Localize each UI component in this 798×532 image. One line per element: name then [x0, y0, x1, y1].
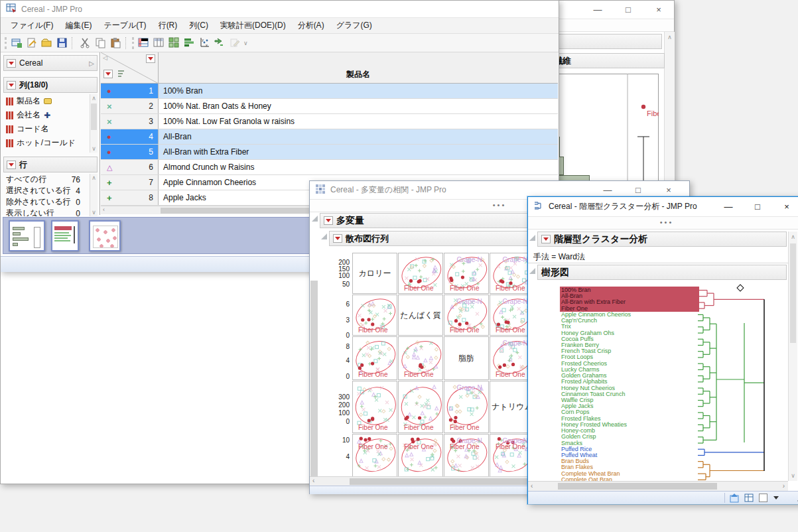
table-row[interactable]: ●4All-Bran [101, 129, 558, 145]
grid-corner-cell[interactable]: ◁ [101, 52, 159, 84]
row-state-marker[interactable]: △ [107, 163, 112, 172]
matrix-scatter-cell[interactable]: Fiber One [398, 381, 443, 433]
red-triangle-menu-icon[interactable] [7, 59, 16, 68]
row-stat[interactable]: 除外されている行0 [3, 196, 90, 208]
close-button[interactable]: × [643, 5, 674, 15]
table-row[interactable]: ●1100% Bran [101, 84, 558, 99]
rows-panel-header[interactable]: 行 [3, 157, 98, 172]
scroll-down-icon[interactable]: ∨ [789, 470, 797, 481]
tables-panel-header[interactable]: Cereal ▷ [3, 55, 98, 71]
matrix-scatter-cell[interactable]: Fiber One [398, 336, 443, 380]
expand-arrow-icon[interactable]: ▷ [89, 60, 94, 67]
cell-product-name[interactable]: Almond Crunch w Raisins [159, 163, 254, 172]
cell-product-name[interactable]: 100% Nat. Low Fat Granola w raisins [159, 117, 295, 126]
row-stat[interactable]: すべての行76 [3, 174, 90, 185]
column-item-製品名[interactable]: 製品名 [3, 94, 90, 108]
home-window-icon[interactable] [730, 493, 740, 503]
h-scrollbar[interactable]: ‹ › [528, 481, 788, 491]
dropdown-arrow-icon[interactable] [773, 496, 779, 499]
scroll-left-icon[interactable]: ‹ [531, 482, 533, 490]
disclosure-icon[interactable] [312, 216, 318, 222]
table-row[interactable]: △6Almond Crunch w Raisins [101, 160, 558, 175]
paste-icon[interactable] [109, 36, 122, 50]
matrix-diagonal-label-cell[interactable]: たんぱく質 [398, 295, 443, 336]
table-row[interactable]: ×3100% Nat. Low Fat Granola w raisins [101, 114, 558, 129]
scroll-left-icon[interactable]: ‹ [312, 477, 314, 484]
scroll-up-icon[interactable]: ∧ [665, 32, 675, 42]
matrix-scatter-cell[interactable]: Fiber OneGrape-N [444, 295, 489, 336]
columns-scrollbar[interactable]: ∧ ∨ [90, 94, 98, 153]
matrix-scatter-cell[interactable]: Fiber One [352, 336, 397, 380]
row-state-marker[interactable]: ● [107, 148, 111, 156]
save-icon[interactable] [55, 36, 68, 50]
menu-ファイル(F)[interactable]: ファイル(F) [5, 18, 59, 33]
grid-name-column-header[interactable]: 製品名 [159, 52, 558, 84]
row-state-marker[interactable]: + [107, 178, 112, 188]
column-item-コード名[interactable]: コード名 [3, 122, 90, 136]
edit-script-icon[interactable] [228, 36, 241, 50]
matrix-scatter-cell[interactable]: Fiber OneGrape-N [444, 434, 489, 476]
scroll-down-icon[interactable]: ∨ [90, 145, 98, 153]
cell-product-name[interactable]: 100% Bran [159, 86, 202, 96]
sort-order-icon[interactable] [118, 70, 127, 78]
row-stat[interactable]: 表示しない行0 [3, 208, 90, 216]
disclosure-icon[interactable] [321, 233, 327, 239]
rows-scrollbar[interactable]: ∧ ∨ [90, 174, 98, 216]
table-row[interactable]: ×2100% Nat. Bran Oats & Honey [101, 99, 558, 114]
close-button[interactable]: × [653, 185, 684, 195]
titlebar-data-table[interactable]: Cereal - JMP Pro [1, 1, 559, 18]
row-state-marker[interactable]: × [107, 101, 112, 111]
left-scrollbar[interactable] [310, 281, 318, 476]
minimize-button[interactable]: — [582, 5, 613, 15]
matrix-scatter-cell[interactable]: Fiber One [352, 434, 397, 476]
cell-product-name[interactable]: Apple Jacks [159, 193, 206, 202]
menu-グラフ(G)[interactable]: グラフ(G) [330, 18, 378, 33]
row-state-marker[interactable]: + [107, 193, 112, 203]
fiber-histogram-frame[interactable] [553, 74, 659, 186]
menu-行(R)[interactable]: 行(R) [153, 18, 184, 33]
matrix-diagonal-label-cell[interactable]: 脂肪 [444, 336, 489, 380]
red-triangle-menu-icon[interactable] [7, 161, 16, 169]
row-state-marker[interactable]: ● [107, 87, 111, 95]
matrix-scatter-cell[interactable]: Fiber One [398, 434, 443, 476]
graph-builder-icon[interactable] [182, 36, 196, 50]
thumbnail-distribution[interactable] [9, 220, 45, 251]
cell-product-name[interactable]: 100% Nat. Bran Oats & Honey [159, 101, 271, 111]
copy-icon[interactable] [94, 36, 107, 50]
menu-実験計画(DOE)(D)[interactable]: 実験計画(DOE)(D) [214, 18, 292, 33]
matrix-scatter-cell[interactable]: Fiber One [398, 253, 443, 294]
vertical-scrollbar[interactable]: ∧ ∨ [788, 232, 797, 481]
red-triangle-menu-icon[interactable] [333, 234, 342, 243]
dendrogram-leaf[interactable]: Frosted Alphabits [561, 379, 608, 385]
scroll-right-icon[interactable]: › [783, 482, 785, 490]
scroll-left-icon[interactable]: ‹ [103, 206, 105, 213]
scroll-down-icon[interactable]: ∨ [90, 208, 98, 216]
scroll-up-icon[interactable]: ∧ [90, 174, 98, 182]
thumbnail-cluster[interactable] [51, 220, 79, 251]
columns-panel-header[interactable]: 列(18/0) [3, 77, 98, 93]
matrix-scatter-cell[interactable]: Fiber One [352, 295, 397, 336]
red-triangle-menu-icon[interactable] [7, 81, 16, 90]
row-state-marker[interactable]: ● [107, 133, 111, 141]
matrix-scatter-cell[interactable]: Fiber OneGrape-N [444, 381, 489, 433]
new-data-table-icon[interactable] [9, 36, 23, 50]
matrix-scatter-cell[interactable]: Fiber OneGrape-N [444, 253, 489, 294]
collapse-sidebar-icon[interactable]: ◁ [103, 54, 107, 61]
maximize-button[interactable]: □ [623, 185, 653, 195]
rows-red-triangle-icon[interactable] [146, 54, 155, 63]
menu-テーブル(T)[interactable]: テーブル(T) [98, 18, 152, 33]
matrix-scatter-cell[interactable]: Fiber One [352, 381, 397, 433]
data-table-icon[interactable] [744, 493, 754, 503]
row-stat[interactable]: 選択されている行4 [3, 185, 90, 196]
dendrogram-leaf[interactable]: Golden Crisp [561, 434, 596, 440]
cell-product-name[interactable]: All-Bran [159, 132, 192, 141]
scroll-thumb[interactable] [558, 483, 717, 490]
thumbnail-scatterplot-matrix[interactable] [89, 220, 121, 251]
summary-icon[interactable] [152, 36, 165, 50]
cut-icon[interactable] [78, 36, 92, 50]
menu-分析(A)[interactable]: 分析(A) [292, 18, 330, 33]
minimize-button[interactable]: — [592, 185, 623, 195]
join-icon[interactable] [213, 36, 226, 50]
row-state-marker[interactable]: × [107, 117, 112, 127]
menu-編集(E)[interactable]: 編集(E) [59, 18, 98, 33]
